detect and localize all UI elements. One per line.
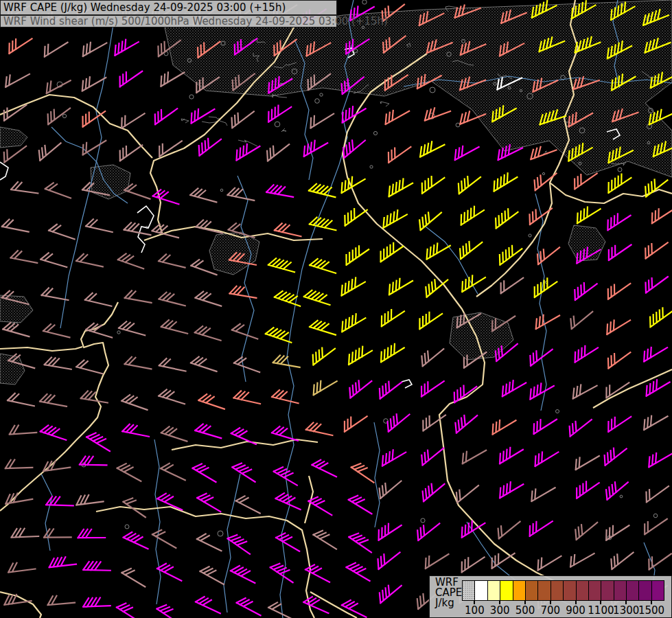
title-bar-wind-shear: WRF Wind shear (m/s) 500/1000hPa Wednesd… [0,15,337,27]
legend-swatch [526,581,538,600]
legend-swatch [475,581,487,600]
legend-swatch [513,581,526,600]
legend-tick-label: 300 [490,604,510,617]
legend-swatch [639,581,651,600]
weather-map-screen: WRF CAPE (J/kg) Wednesday 24-09-2025 03:… [0,0,672,618]
legend-tick-label: 700 [540,604,560,617]
legend-swatch [500,581,513,600]
title-bar-cape: WRF CAPE (J/kg) Wednesday 24-09-2025 03:… [0,0,337,15]
legend-swatch [601,581,614,600]
legend-swatch [577,581,589,600]
legend-unit-line-3: J/kg [435,598,462,608]
legend-swatch [463,581,475,600]
legend-tick-label: 1300 [613,604,639,617]
legend-tick-label: 1500 [638,604,664,617]
legend-tick-label: 500 [515,604,535,617]
legend-swatch [652,581,664,600]
legend-swatch [614,581,627,600]
legend-swatch [551,581,564,600]
weather-map [0,0,672,618]
cape-color-legend: WRF CAPE J/kg 10030050070090011001300150… [429,575,672,618]
legend-tick-label: 900 [566,604,586,617]
legend-swatch [538,581,551,600]
legend-swatch [564,581,576,600]
legend-swatch [589,581,601,600]
legend-color-strip [462,580,664,601]
legend-swatch [488,581,500,600]
legend-tick-label: 1100 [588,604,614,617]
title-cape-text: WRF CAPE (J/kg) Wednesday 24-09-2025 03:… [3,1,286,14]
legend-unit-label: WRF CAPE J/kg [435,577,462,608]
title-wind-shear-text: WRF Wind shear (m/s) 500/1000hPa Wednesd… [3,15,388,27]
legend-swatch [627,581,639,600]
legend-tick-label: 100 [465,604,485,617]
